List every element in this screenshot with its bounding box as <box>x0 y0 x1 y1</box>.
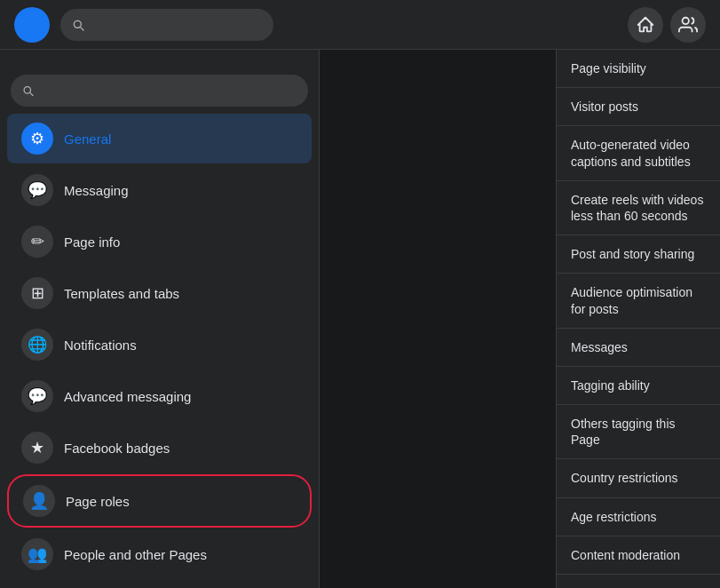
nav-items-list: ⚙General💬Messaging✏Page info⊞Templates a… <box>0 114 319 588</box>
main-layout: ⚙General💬Messaging✏Page info⊞Templates a… <box>0 50 720 588</box>
nav-icon-group <box>628 7 706 43</box>
right-nav-content-moderation[interactable]: Content moderation <box>557 536 720 575</box>
templates-tabs-icon: ⊞ <box>21 277 53 309</box>
people-other-pages-icon: 👥 <box>21 538 53 570</box>
sidebar-item-notifications[interactable]: 🌐Notifications <box>7 320 312 369</box>
settings-search-bar[interactable] <box>11 75 308 107</box>
breadcrumb <box>0 50 319 64</box>
center-content <box>320 50 556 588</box>
search-icon <box>21 83 35 98</box>
sidebar-item-messaging[interactable]: 💬Messaging <box>7 165 312 215</box>
sidebar-item-advanced-messaging[interactable]: 💬Advanced messaging <box>7 371 312 421</box>
people-other-pages-label: People and other Pages <box>64 547 207 562</box>
sidebar-item-general[interactable]: ⚙General <box>7 114 312 163</box>
page-roles-label: Page roles <box>66 494 130 509</box>
sidebar-item-page-info[interactable]: ✏Page info <box>7 217 312 266</box>
home-button[interactable] <box>628 7 663 43</box>
left-sidebar: ⚙General💬Messaging✏Page info⊞Templates a… <box>0 50 320 588</box>
right-nav-create-reels[interactable]: Create reels with videos less than 60 se… <box>557 181 720 235</box>
top-navigation <box>0 0 720 50</box>
general-icon: ⚙ <box>21 123 53 155</box>
notifications-icon: 🌐 <box>21 329 53 361</box>
page-roles-icon: 👤 <box>23 485 55 517</box>
people-button[interactable] <box>670 7 706 43</box>
sidebar-item-preferred-page-audience[interactable]: 👥Preferred Page Audience <box>7 581 312 588</box>
right-nav-age-restrictions[interactable]: Age restrictions <box>557 498 720 536</box>
right-nav-list: Page visibilityVisitor postsAuto-generat… <box>557 50 720 588</box>
right-nav-profanity-filter[interactable]: Profanity filter <box>557 575 720 588</box>
templates-tabs-label: Templates and tabs <box>64 286 179 301</box>
right-nav-messages[interactable]: Messages <box>557 329 720 367</box>
notifications-label: Notifications <box>64 338 137 353</box>
facebook-logo[interactable] <box>14 7 50 43</box>
right-nav-post-story-sharing[interactable]: Post and story sharing <box>557 235 720 274</box>
facebook-badges-icon: ★ <box>21 432 53 464</box>
right-nav-visitor-posts[interactable]: Visitor posts <box>557 88 720 126</box>
right-nav-auto-generated-video[interactable]: Auto-generated video captions and subtit… <box>557 126 720 180</box>
messaging-icon: 💬 <box>21 174 53 206</box>
advanced-messaging-icon: 💬 <box>21 380 53 412</box>
messaging-label: Messaging <box>64 183 129 198</box>
general-label: General <box>64 131 111 147</box>
search-icon <box>71 18 85 32</box>
global-search-input[interactable] <box>92 17 252 32</box>
advanced-messaging-label: Advanced messaging <box>64 389 191 404</box>
settings-search-input[interactable] <box>42 83 297 99</box>
sidebar-item-facebook-badges[interactable]: ★Facebook badges <box>7 423 312 473</box>
right-nav-tagging-ability[interactable]: Tagging ability <box>557 367 720 405</box>
right-nav-page-visibility[interactable]: Page visibility <box>557 50 720 88</box>
right-nav-country-restrictions[interactable]: Country restrictions <box>557 459 720 497</box>
sidebar-item-page-roles[interactable]: 👤Page roles <box>7 474 312 528</box>
facebook-badges-label: Facebook badges <box>64 441 170 456</box>
sidebar-item-people-other-pages[interactable]: 👥People and other Pages <box>7 529 312 579</box>
svg-point-0 <box>683 17 689 23</box>
page-info-label: Page info <box>64 234 120 250</box>
page-info-icon: ✏ <box>21 226 53 258</box>
page-title <box>0 64 319 75</box>
sidebar-item-templates-tabs[interactable]: ⊞Templates and tabs <box>7 268 312 318</box>
right-nav-others-tagging[interactable]: Others tagging this Page <box>557 405 720 459</box>
right-sidebar: Page visibilityVisitor postsAuto-generat… <box>556 50 720 588</box>
global-search-bar[interactable] <box>60 9 273 41</box>
right-nav-audience-optimisation[interactable]: Audience optimisation for posts <box>557 274 720 328</box>
